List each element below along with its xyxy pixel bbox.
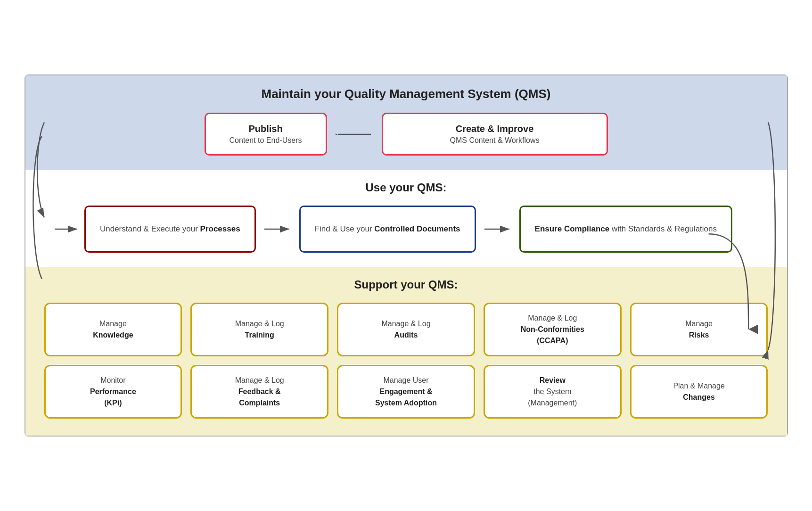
changes-box: Plan & ManageChanges (630, 365, 768, 419)
feedback-text: Manage & LogFeedback &Complaints (235, 375, 284, 409)
processes-text: Understand & Execute your Processes (100, 223, 240, 235)
middle-boxes-row: Understand & Execute your Processes Find… (44, 206, 768, 253)
risks-text: ManageRisks (685, 318, 713, 341)
risks-box: ManageRisks (630, 303, 768, 356)
processes-box: Understand & Execute your Processes (84, 206, 256, 253)
middle-section-title: Use your QMS: (44, 181, 768, 194)
mid-arrow-1 (256, 222, 299, 236)
compliance-box: Ensure Compliance with Standards & Regul… (519, 206, 732, 253)
bottom-section-title: Support your QMS: (44, 278, 768, 291)
create-improve-subtitle: QMS Content & Workflows (450, 136, 540, 145)
changes-text: Plan & ManageChanges (673, 380, 724, 403)
knowledge-text: ManageKnowledge (93, 318, 133, 341)
top-section: Maintain your Quality Management System … (25, 75, 787, 170)
performance-text: MonitorPerformance(KPi) (90, 375, 136, 409)
top-section-title: Maintain your Quality Management System … (44, 87, 768, 101)
publish-box: Publish Content to End-Users (205, 113, 327, 156)
non-conformities-text: Manage & LogNon-Conformities(CCAPA) (521, 313, 584, 346)
qms-diagram: Maintain your Quality Management System … (25, 74, 788, 437)
create-improve-box: Create & Improve QMS Content & Workflows (382, 113, 608, 156)
feedback-box: Manage & LogFeedback &Complaints (190, 365, 328, 419)
review-text: Reviewthe System(Management) (528, 375, 577, 409)
top-boxes-row: Publish Content to End-Users Create & Im… (44, 113, 768, 156)
middle-section: Use your QMS: Understand & Execute your … (25, 170, 787, 267)
top-arrow (327, 127, 382, 141)
compliance-text: Ensure Compliance with Standards & Regul… (535, 223, 717, 235)
engagement-text: Manage UserEngagement &System Adoption (375, 375, 437, 409)
performance-box: MonitorPerformance(KPi) (44, 365, 182, 419)
audits-box: Manage & LogAudits (337, 303, 475, 356)
training-box: Manage & LogTraining (190, 303, 328, 356)
bottom-grid: ManageKnowledge Manage & LogTraining Man… (44, 303, 768, 419)
controlled-docs-box: Find & Use your Controlled Documents (299, 206, 476, 253)
non-conformities-box: Manage & LogNon-Conformities(CCAPA) (484, 303, 622, 356)
mid-arrow-2 (476, 222, 519, 236)
controlled-docs-text: Find & Use your Controlled Documents (315, 223, 460, 235)
create-improve-title: Create & Improve (456, 124, 534, 134)
publish-subtitle: Content to End-Users (230, 136, 302, 145)
training-text: Manage & LogTraining (235, 318, 284, 341)
publish-title: Publish (248, 124, 282, 134)
knowledge-box: ManageKnowledge (44, 303, 182, 356)
review-box: Reviewthe System(Management) (484, 365, 622, 419)
audits-text: Manage & LogAudits (381, 318, 430, 341)
bottom-section: Support your QMS: ManageKnowledge Manage… (25, 267, 787, 436)
engagement-box: Manage UserEngagement &System Adoption (337, 365, 475, 419)
